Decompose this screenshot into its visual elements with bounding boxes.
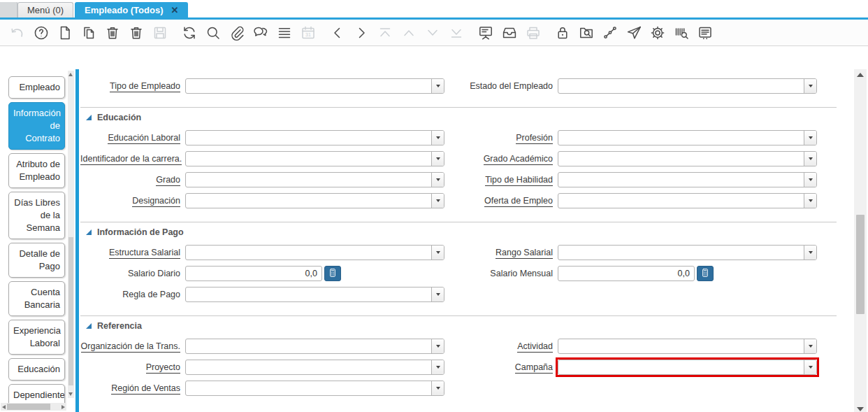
section-header-educacion[interactable]: Educación <box>80 108 837 127</box>
copy-record-button[interactable] <box>80 23 98 43</box>
combo-arrow-button[interactable] <box>431 360 444 374</box>
educacion-laboral-combobox[interactable] <box>185 130 444 145</box>
tipo-de-empleado-label[interactable]: Tipo de Empleado <box>110 81 180 92</box>
tipo-de-habilidad-label[interactable]: Tipo de Habilidad <box>485 175 553 186</box>
section-header-referencia[interactable]: Referencia <box>80 316 837 336</box>
calculator-button[interactable] <box>697 266 714 281</box>
actividad-combobox[interactable] <box>558 339 817 354</box>
combobox-value[interactable] <box>558 246 804 260</box>
lock-button[interactable] <box>554 23 572 43</box>
combo-arrow-button[interactable] <box>804 246 816 260</box>
combo-arrow-button[interactable] <box>431 79 444 93</box>
form-vertical-scrollbar[interactable] <box>854 69 867 412</box>
sidebar-tab-dias-libres-de-la-semana[interactable]: Días Libres de la Semana <box>8 192 65 239</box>
designacion-label[interactable]: Designación <box>132 196 180 207</box>
estructura-salarial-label[interactable]: Estructura Salarial <box>109 248 180 259</box>
sidebar-tab-atributo-de-empleado[interactable]: Atributo de Empleado <box>8 153 65 188</box>
combo-arrow-button[interactable] <box>431 173 444 187</box>
delete-record-button[interactable] <box>103 23 122 43</box>
sidebar-tab-educacion[interactable]: Educación <box>8 358 65 381</box>
combobox-value[interactable] <box>186 381 431 395</box>
regla-de-pago-combobox[interactable] <box>185 287 444 302</box>
combobox-value[interactable] <box>558 339 804 353</box>
delete-selection-button[interactable] <box>127 23 145 43</box>
close-icon[interactable]: ✕ <box>171 6 178 15</box>
sidebar-vertical-scrollbar[interactable] <box>68 71 74 398</box>
new-record-button[interactable] <box>56 23 74 43</box>
sidebar-horizontal-scrollbar[interactable] <box>1 403 66 411</box>
rango-salarial-combobox[interactable] <box>558 245 817 260</box>
combo-arrow-button[interactable] <box>431 194 444 208</box>
combo-arrow-button[interactable] <box>804 360 816 374</box>
educacion-laboral-label[interactable]: Educación Laboral <box>108 133 180 144</box>
combobox-value[interactable] <box>186 339 431 353</box>
combo-arrow-button[interactable] <box>804 339 816 353</box>
combo-arrow-button[interactable] <box>804 173 816 187</box>
proyecto-label[interactable]: Proyecto <box>146 362 180 374</box>
combo-arrow-button[interactable] <box>804 152 816 166</box>
zoom-across-button[interactable] <box>577 23 595 43</box>
scrollbar-thumb[interactable] <box>68 237 73 385</box>
process-button[interactable] <box>649 23 667 43</box>
region-de-ventas-label[interactable]: Región de Ventas <box>111 383 180 395</box>
combobox-value[interactable] <box>558 131 804 145</box>
organizacion-de-la-trans-label[interactable]: Organización de la Trans. <box>81 341 180 353</box>
combo-arrow-button[interactable] <box>431 246 444 260</box>
designacion-combobox[interactable] <box>185 193 444 208</box>
combo-arrow-button[interactable] <box>804 194 816 208</box>
archive-button[interactable] <box>500 23 519 43</box>
scrollbar-thumb[interactable] <box>856 215 865 314</box>
sidebar-tab-empleado[interactable]: Empleado <box>8 76 65 99</box>
identificador-de-la-carrera-combobox[interactable] <box>185 151 444 166</box>
send-mail-button[interactable] <box>625 23 643 43</box>
combo-arrow-button[interactable] <box>431 131 444 145</box>
estado-del-empleado-combobox[interactable] <box>558 78 817 94</box>
combobox-value[interactable] <box>558 194 804 208</box>
scroll-down-icon[interactable] <box>857 407 864 411</box>
tab-menu-0[interactable]: Menú (0) <box>17 2 73 17</box>
combobox-value[interactable] <box>186 246 431 260</box>
report-button[interactable] <box>477 23 495 43</box>
help-button[interactable] <box>32 23 50 43</box>
grid-toggle-button[interactable] <box>275 23 294 43</box>
workflow-button[interactable] <box>601 23 619 43</box>
previous-record-button[interactable] <box>328 23 347 43</box>
combo-arrow-button[interactable] <box>804 79 816 93</box>
estructura-salarial-combobox[interactable] <box>185 245 444 260</box>
grado-combobox[interactable] <box>185 172 444 187</box>
sidebar-tab-informacion-de-contrato[interactable]: Información de Contrato <box>8 102 65 150</box>
combobox-value[interactable] <box>558 360 804 374</box>
profesion-label[interactable]: Profesión <box>516 133 553 144</box>
region-de-ventas-combobox[interactable] <box>185 381 444 396</box>
grado-academico-combobox[interactable] <box>558 151 817 166</box>
oferta-de-empleo-label[interactable]: Oferta de Empleo <box>484 196 553 207</box>
identificador-de-la-carrera-label[interactable]: Identificador de la carrera. <box>80 154 182 165</box>
tab-empleado-todos[interactable]: Empleado (Todos)✕ <box>75 2 188 17</box>
combobox-value[interactable] <box>186 194 431 208</box>
organizacion-de-la-trans-combobox[interactable] <box>185 339 444 354</box>
combo-arrow-button[interactable] <box>431 287 444 301</box>
combobox-value[interactable] <box>186 360 431 374</box>
scroll-up-icon[interactable] <box>68 73 73 76</box>
attachment-button[interactable] <box>228 23 246 43</box>
tipo-de-habilidad-combobox[interactable] <box>558 172 817 187</box>
combo-arrow-button[interactable] <box>431 339 444 353</box>
combo-arrow-button[interactable] <box>431 381 444 395</box>
sidebar-tab-detalle-de-pago[interactable]: Detalle de Pago <box>8 243 65 278</box>
salario-mensual-input[interactable] <box>558 266 695 281</box>
tipo-de-empleado-combobox[interactable] <box>185 78 444 94</box>
scroll-up-icon[interactable] <box>857 73 864 77</box>
scrollbar-thumb[interactable] <box>7 404 50 410</box>
combobox-value[interactable] <box>186 152 431 166</box>
campana-label[interactable]: Campaña <box>515 362 553 374</box>
combobox-value[interactable] <box>186 287 431 301</box>
rango-salarial-label[interactable]: Rango Salarial <box>496 248 553 259</box>
refresh-button[interactable] <box>180 23 198 43</box>
window-customization-button[interactable] <box>696 23 714 43</box>
scroll-down-icon[interactable] <box>68 392 73 396</box>
scroll-left-icon[interactable] <box>2 405 6 409</box>
calculator-button[interactable] <box>324 266 341 281</box>
actividad-label[interactable]: Actividad <box>517 341 553 353</box>
grado-label[interactable]: Grado <box>156 175 180 186</box>
profesion-combobox[interactable] <box>558 130 817 145</box>
